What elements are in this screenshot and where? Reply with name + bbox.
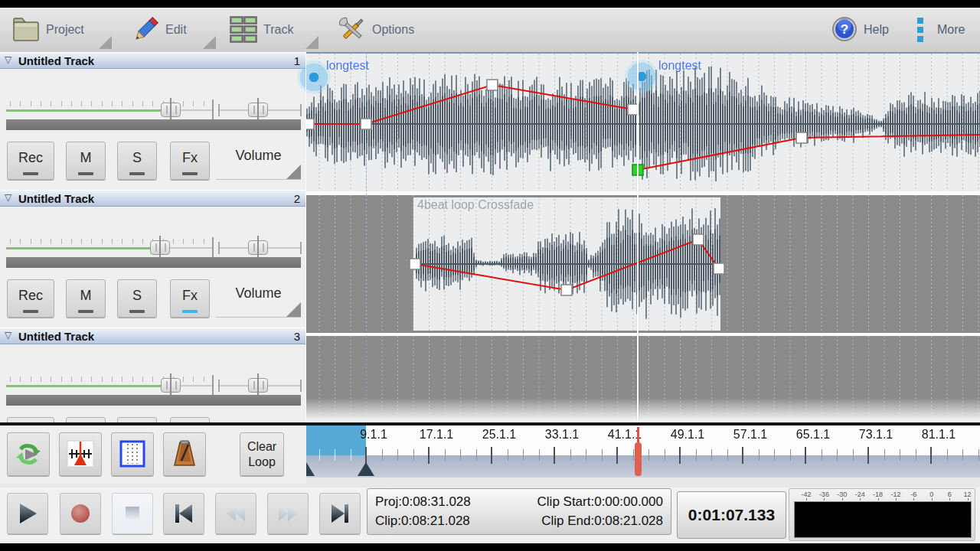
volume-slider-end-mark [212,237,214,259]
pan-right-mark [300,242,302,254]
track-number: 3 [294,330,300,343]
track-number: 2 [294,192,300,205]
volume-ticks [6,239,213,246]
solo-button[interactable]: S [117,417,157,422]
solo-button[interactable]: S [117,279,157,318]
ruler-bar-label: 9.1.1 [347,428,400,442]
edit-menu-button[interactable]: Edit [130,8,216,52]
track-menu-button[interactable]: Track [228,8,318,52]
arrange-area[interactable]: longtest longtest 4beat loop Crossfade [306,52,980,422]
fast-forward-icon [275,500,301,527]
grid-snap-button[interactable] [111,432,154,476]
clip-handle-icon[interactable] [625,60,658,93]
rec-button[interactable]: Rec [7,279,54,318]
track-1-buttons: Rec M S Fx Volume [6,142,301,180]
fx-button[interactable]: Fx [170,417,210,422]
status-bar [0,0,980,8]
mute-indicator [78,310,93,313]
go-to-end-button[interactable] [319,493,361,534]
pan-right-mark [300,380,302,392]
pan-left-mark [218,380,220,392]
loop-end-marker-icon[interactable] [358,462,374,476]
rec-indicator [23,310,38,313]
grid-icon [117,439,148,469]
track-3-sliders [6,344,301,395]
track-name: Untitled Track [18,192,94,205]
collapse-arrow-icon[interactable]: ▽ [5,330,11,341]
pan-right-mark [300,104,302,116]
master-meter-panel: -42-36-30-24-18-12-60612 [789,488,975,541]
track-number: 1 [294,54,300,67]
volume-slider-end-mark [212,375,214,396]
pan-slider-thumb[interactable] [248,378,268,393]
solo-button[interactable]: S [117,142,157,180]
punch-in-out-button[interactable] [59,432,102,476]
track-2-sliders [6,207,301,257]
track-dropdown-corner-icon [305,36,318,49]
clip-start-label: Clip Start:0:00:00.000 [537,494,663,510]
volume-slider-thumb[interactable] [161,103,181,117]
ruler-bar-label: 33.1.1 [535,428,589,442]
ruler-bar-label: 17.1.1 [410,428,463,442]
stop-button[interactable] [112,493,153,534]
volume-ticks [6,101,213,109]
record-button[interactable] [60,493,101,534]
volume-slider-fill [6,247,160,249]
track-1-header[interactable]: ▽ Untitled Track 1 [0,52,306,69]
edit-menu-label: Edit [165,23,187,37]
mute-button[interactable]: M [66,417,106,422]
automation-mode-select[interactable]: Volume [216,279,301,318]
metronome-button[interactable] [163,432,206,476]
play-button[interactable] [7,493,48,534]
rewind-button[interactable] [215,493,256,534]
track-2-header[interactable]: ▽ Untitled Track 2 [0,190,306,207]
fast-forward-button[interactable] [267,493,309,534]
folder-icon [11,15,41,45]
tools-icon [337,15,368,45]
collapse-arrow-icon[interactable]: ▽ [5,192,11,203]
project-menu-label: Project [46,23,84,37]
clear-loop-button[interactable]: Clear Loop [240,432,284,476]
mute-button[interactable]: M [66,279,106,318]
volume-ticks [6,377,213,384]
rec-button[interactable]: Rec [7,417,54,422]
rec-indicator [23,172,38,175]
more-menu-button[interactable]: More [913,8,975,52]
collapse-arrow-icon[interactable]: ▽ [5,54,11,65]
track-panel-1: ▽ Untitled Track 1 Rec M S Fx [0,52,306,190]
current-time-display[interactable]: 0:01:07.133 [677,491,786,539]
playhead-line[interactable] [637,52,639,422]
rewind-icon [223,500,249,527]
audio-daw-app: Project Edit [0,0,980,551]
pan-slider-thumb[interactable] [248,240,268,255]
meter-display [794,501,972,538]
volume-slider-thumb[interactable] [161,378,181,393]
record-icon [67,500,93,527]
project-menu-button[interactable]: Project [11,8,112,52]
fx-button[interactable]: Fx [170,142,210,180]
playhead-marker[interactable] [635,442,642,476]
mute-button[interactable]: M [66,142,106,180]
pan-slider-thumb[interactable] [248,103,268,117]
ruler-bar-label: 41.1.1 [598,428,652,442]
fx-button[interactable]: Fx [170,279,210,318]
ruler-bar-label: 49.1.1 [661,428,714,442]
loop-start-marker-icon[interactable] [306,462,315,476]
go-to-start-button[interactable] [163,493,204,534]
mute-indicator [78,172,93,175]
automation-mode-select[interactable]: Volume [216,142,301,180]
timeline-ruler[interactable]: 9.1.117.1.125.1.133.1.141.1.149.1.157.1.… [306,425,980,478]
rec-button[interactable]: Rec [7,142,54,180]
volume-slider-thumb[interactable] [150,240,170,255]
track-name: Untitled Track [18,54,94,67]
options-menu-button[interactable]: Options [337,8,416,52]
time-info-panel: Proj:0:08:31.028 Clip:0:08:21.028 Clip S… [367,488,671,535]
dropdown-corner-icon [286,302,301,317]
tool-bar: Clear Loop [0,425,306,486]
clip-end-label: Clip End:0:08:21.028 [541,514,663,529]
loop-mode-button[interactable] [7,432,50,476]
project-length-label: Proj:0:08:31.028 [375,494,471,510]
metronome-icon [169,439,200,469]
help-button[interactable]: ? Help [831,8,887,52]
track-3-header[interactable]: ▽ Untitled Track 3 [0,328,306,344]
